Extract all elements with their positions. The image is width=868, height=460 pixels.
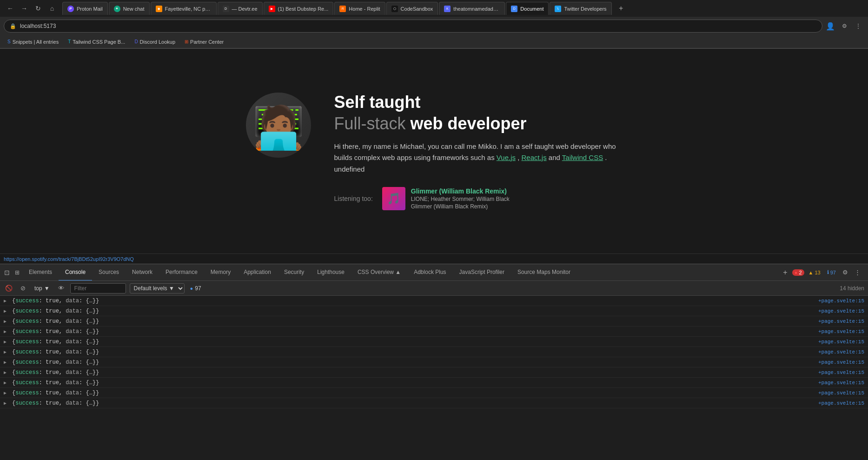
console-line-7[interactable]: ▶ {success: true, data: {…}} +page.svelt…	[0, 357, 868, 367]
new-tab-button[interactable]: +	[615, 2, 628, 15]
console-filter-input[interactable]	[70, 283, 126, 293]
filter-toggle-btn[interactable]: ⊘	[18, 283, 28, 293]
reactjs-link[interactable]: React.js	[522, 153, 547, 161]
console-text-4: {success: true, data: {…}}	[12, 328, 99, 335]
console-output[interactable]: ▶ {success: true, data: {…}} +page.svelt…	[0, 296, 868, 460]
devtools-dock-btn[interactable]: ⊡	[2, 267, 12, 278]
tab-devtr[interactable]: D — Devtr.ee	[218, 2, 263, 15]
message-count: 97	[195, 285, 201, 292]
devtools-tab-console[interactable]: Console	[59, 264, 92, 281]
tailwindcss-link[interactable]: Tailwind CSS	[562, 153, 603, 161]
devtools-tab-lighthouse[interactable]: Lighthouse	[311, 264, 351, 281]
song-title[interactable]: Glimmer (William Black Remix)	[411, 187, 510, 195]
console-source-6[interactable]: +page.svelte:15	[818, 349, 864, 355]
console-source-3[interactable]: +page.svelte:15	[818, 319, 864, 324]
console-source-8[interactable]: +page.svelte:15	[818, 370, 864, 375]
tab-twitter[interactable]: 𝕏 Twitter Developers	[550, 2, 611, 15]
console-source-7[interactable]: +page.svelte:15	[818, 360, 864, 365]
add-tab-button[interactable]: +	[780, 267, 790, 278]
album-art: 🎵	[382, 187, 405, 210]
devtools-settings-btn[interactable]: ⚙	[840, 267, 850, 278]
tab-fayetteville[interactable]: ◆ Fayetteville, NC pre...	[151, 2, 217, 15]
expand-arrow-1[interactable]: ▶	[4, 298, 9, 304]
expand-arrow-9[interactable]: ▶	[4, 380, 9, 386]
devtools-tab-memory[interactable]: Memory	[204, 264, 237, 281]
console-line-5[interactable]: ▶ {success: true, data: {…}} +page.svelt…	[0, 337, 868, 347]
profile-section: 🧑🏾‍💻 Self taught Full-stack web develope…	[246, 93, 623, 210]
console-source-1[interactable]: +page.svelte:15	[818, 298, 864, 304]
devtools-tab-security[interactable]: Security	[278, 264, 311, 281]
avatar-emoji: 🧑🏾‍💻	[252, 107, 305, 148]
tab-replit[interactable]: R Home - Replit	[334, 2, 385, 15]
refresh-button[interactable]: ↻	[32, 2, 45, 15]
devtools-tab-cssoverview[interactable]: CSS Overview ▲	[351, 264, 407, 281]
console-line-8[interactable]: ▶ {success: true, data: {…}} +page.svelt…	[0, 367, 868, 378]
console-line-10[interactable]: ▶ {success: true, data: {…}} +page.svelt…	[0, 388, 868, 398]
devtools-overflow-btn[interactable]: ⋮	[852, 267, 862, 278]
tab-newchat[interactable]: ✦ New chat	[109, 2, 150, 15]
subtitle-white: web developer	[411, 114, 527, 133]
devtools-undock-btn[interactable]: ⊞	[12, 267, 22, 278]
expand-arrow-3[interactable]: ▶	[4, 319, 9, 324]
bookmark-snippets[interactable]: S Snippets | All entries	[4, 38, 62, 46]
console-line-1[interactable]: ▶ {success: true, data: {…}} +page.svelt…	[0, 296, 868, 306]
console-line-6[interactable]: ▶ {success: true, data: {…}} +page.svelt…	[0, 347, 868, 357]
expand-arrow-10[interactable]: ▶	[4, 390, 9, 396]
profile-icon[interactable]: 👤	[824, 20, 836, 32]
devtools-tab-network[interactable]: Network	[126, 264, 159, 281]
bookmark-discord[interactable]: D Discord Lookup	[131, 38, 179, 46]
expand-arrow-8[interactable]: ▶	[4, 370, 9, 375]
console-text-6: {success: true, data: {…}}	[12, 349, 99, 355]
console-source-4[interactable]: +page.svelte:15	[818, 329, 864, 334]
expand-arrow-11[interactable]: ▶	[4, 400, 9, 406]
extensions-icon[interactable]: ⚙	[838, 20, 850, 32]
expand-arrow-6[interactable]: ▶	[4, 349, 9, 355]
tab-proton[interactable]: P Proton Mail	[62, 2, 108, 15]
profile-description: Hi there, my name is Michael, you can ca…	[334, 141, 623, 163]
expand-arrow-2[interactable]: ▶	[4, 308, 9, 314]
console-line-3[interactable]: ▶ {success: true, data: {…}} +page.svelt…	[0, 316, 868, 327]
address-bar[interactable]: 🔒 localhost:5173	[4, 20, 822, 33]
page-subtitle: Full-stack web developer	[334, 114, 623, 133]
console-source-10[interactable]: +page.svelte:15	[818, 390, 864, 396]
song-info: Glimmer (William Black Remix) LIONE; Hea…	[411, 187, 510, 210]
devtools-tab-sourcemaps[interactable]: Source Maps Monitor	[511, 264, 577, 281]
console-source-9[interactable]: +page.svelte:15	[818, 380, 864, 386]
bookmark-tailwind[interactable]: T Tailwind CSS Page B...	[64, 38, 129, 46]
expand-arrow-7[interactable]: ▶	[4, 360, 9, 365]
expand-arrow-5[interactable]: ▶	[4, 339, 9, 345]
devtools-tab-sources[interactable]: Sources	[92, 264, 126, 281]
tab-kinde[interactable]: K theatomnamedada...	[439, 2, 505, 15]
devtools-tab-elements[interactable]: Elements	[22, 264, 59, 281]
subtitle-gray: Full-stack	[334, 114, 406, 133]
vuejs-link[interactable]: Vue.js	[497, 153, 516, 161]
console-line-2[interactable]: ▶ {success: true, data: {…}} +page.svelt…	[0, 306, 868, 316]
clear-console-btn[interactable]: 🚫	[4, 283, 14, 293]
console-source-11[interactable]: +page.svelte:15	[818, 400, 864, 406]
devtools-tab-performance[interactable]: Performance	[159, 264, 204, 281]
tab-youtube[interactable]: ▶ (1) Best Dubstep Re...	[264, 2, 334, 15]
status-url: https://open.spotify.com/track/7BjBDt52u…	[4, 256, 134, 262]
console-source-2[interactable]: +page.svelte:15	[818, 308, 864, 314]
devtools-tab-adblock[interactable]: Adblock Plus	[407, 264, 452, 281]
expand-arrow-4[interactable]: ▶	[4, 329, 9, 334]
menu-icon[interactable]: ⋮	[852, 20, 864, 32]
tab-codesandbox[interactable]: ⬡ CodeSandbox	[386, 2, 438, 15]
console-line-4[interactable]: ▶ {success: true, data: {…}} +page.svelt…	[0, 327, 868, 337]
console-text-5: {success: true, data: {…}}	[12, 339, 99, 345]
eye-button[interactable]: 👁	[56, 283, 66, 293]
log-level-select[interactable]: Default levels ▼	[130, 283, 185, 293]
devtools-tab-jsprofiler[interactable]: JavaScript Profiler	[453, 264, 511, 281]
listening-section: Listening too: 🎵 Glimmer (William Black …	[334, 187, 623, 210]
bookmark-partner[interactable]: ⊞ Partner Center	[181, 38, 227, 46]
devtools-tab-application[interactable]: Application	[237, 264, 278, 281]
console-line-9[interactable]: ▶ {success: true, data: {…}} +page.svelt…	[0, 378, 868, 388]
console-line-11[interactable]: ▶ {success: true, data: {…}} +page.svelt…	[0, 398, 868, 408]
back-button[interactable]: ←	[4, 2, 17, 15]
console-source-5[interactable]: +page.svelte:15	[818, 339, 864, 345]
devtools-tab-actions: + ● 2 ▲ 13 ℹ 97 ⚙ ⋮	[780, 267, 866, 278]
context-selector[interactable]: top ▼	[32, 284, 53, 293]
home-button[interactable]: ⌂	[46, 2, 59, 15]
tab-document[interactable]: D Document	[506, 2, 549, 15]
forward-button[interactable]: →	[18, 2, 31, 15]
